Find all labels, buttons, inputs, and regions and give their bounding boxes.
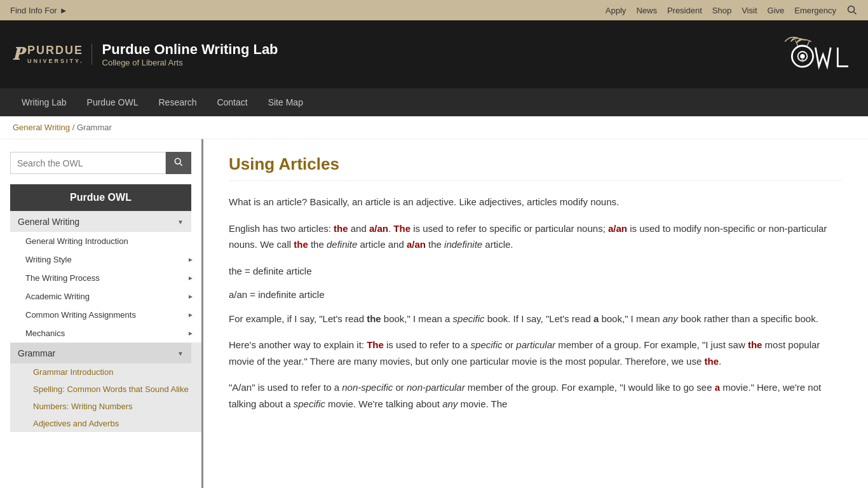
- svg-line-6: [807, 41, 810, 46]
- find-info-section[interactable]: Find Info For ►: [10, 6, 68, 15]
- a-an-link-1[interactable]: a/an: [369, 223, 388, 234]
- def-line-2: a/an = indefinite article: [229, 287, 843, 303]
- sidebar-section-header-grammar[interactable]: Grammar ▼: [10, 342, 191, 363]
- grammar-label: Grammar: [18, 348, 55, 358]
- paragraph-5: "A/an" is used to refer to a non-specifi…: [229, 379, 843, 412]
- nav-contact[interactable]: Contact: [208, 90, 256, 115]
- news-link[interactable]: News: [636, 6, 657, 15]
- spelling-label: Spelling: Common Words that Sound Alike: [33, 384, 189, 394]
- university-text: UNIVERSITY.: [27, 58, 84, 65]
- a-bold-1: a: [593, 313, 599, 324]
- purdue-logo: 𝐏 PURDUE UNIVERSITY.: [13, 44, 92, 65]
- search-button[interactable]: [166, 152, 191, 174]
- logo-area: 𝐏 PURDUE UNIVERSITY. Purdue Online Writi…: [13, 41, 278, 67]
- nav-research[interactable]: Research: [150, 90, 206, 115]
- the-link-4[interactable]: the: [748, 339, 763, 350]
- find-info-label: Find Info For: [10, 6, 57, 15]
- the-link-1[interactable]: the: [334, 223, 348, 234]
- numbers-label: Numbers: Writing Numbers: [33, 402, 133, 411]
- a-an-link-3[interactable]: a/an: [407, 239, 426, 250]
- top-bar: Find Info For ► Apply News President Sho…: [0, 0, 868, 20]
- sidebar-item-spelling[interactable]: Spelling: Common Words that Sound Alike: [10, 381, 201, 398]
- a-an-link-2[interactable]: a/an: [608, 223, 627, 234]
- svg-point-8: [175, 158, 180, 164]
- writing-style-label: Writing Style: [25, 255, 72, 264]
- The-link-2[interactable]: The: [393, 223, 410, 234]
- main-nav: Writing Lab Purdue OWL Research Contact …: [0, 88, 868, 116]
- site-title: Purdue Online Writing Lab: [102, 41, 278, 58]
- nav-site-map[interactable]: Site Map: [259, 90, 312, 115]
- nav-purdue-owl[interactable]: Purdue OWL: [78, 90, 147, 115]
- paragraph-4: Here's another way to explain it: The is…: [229, 337, 843, 369]
- paragraph-3: For example, if I say, "Let's read the b…: [229, 311, 843, 327]
- site-title-block: Purdue Online Writing Lab College of Lib…: [100, 41, 278, 67]
- mechanics-arrow: ►: [187, 330, 194, 337]
- general-writing-intro-label: General Writing Introduction: [25, 236, 128, 246]
- sidebar-section-grammar: Grammar ▼ Grammar Introduction Spelling:…: [10, 342, 201, 432]
- sidebar-item-mechanics[interactable]: Mechanics ►: [10, 324, 201, 342]
- main-content: Using Articles What is an article? Basic…: [203, 139, 868, 488]
- general-writing-label: General Writing: [18, 217, 79, 227]
- header-branding: 𝐏 PURDUE UNIVERSITY. Purdue Online Writi…: [13, 41, 278, 67]
- apply-link[interactable]: Apply: [606, 6, 627, 15]
- paragraph-1: What is an article? Basically, an articl…: [229, 194, 843, 210]
- svg-line-1: [854, 12, 857, 15]
- site-header: 𝐏 PURDUE UNIVERSITY. Purdue Online Writi…: [0, 20, 868, 88]
- sidebar-item-academic-writing[interactable]: Academic Writing ►: [10, 287, 201, 306]
- The-link-3[interactable]: The: [367, 339, 384, 350]
- paragraph-2: English has two articles: the and a/an. …: [229, 220, 843, 253]
- breadcrumb: General Writing / Grammar: [0, 116, 868, 139]
- sidebar-item-common-writing[interactable]: Common Writing Assignments ►: [10, 306, 201, 324]
- the-link-5[interactable]: the: [704, 356, 719, 367]
- sidebar-section-general-writing: General Writing ▼ General Writing Introd…: [10, 211, 201, 342]
- purdue-text: PURDUE: [27, 44, 84, 58]
- owl-label: Purdue OWL: [10, 184, 191, 211]
- the-link-3[interactable]: the: [294, 239, 308, 250]
- writing-style-arrow: ►: [187, 256, 194, 263]
- mechanics-label: Mechanics: [25, 329, 65, 338]
- academic-writing-label: Academic Writing: [25, 292, 90, 301]
- college-label: College of Liberal Arts: [102, 58, 278, 67]
- search-icon-top[interactable]: [846, 4, 858, 16]
- nav-writing-lab[interactable]: Writing Lab: [13, 90, 76, 115]
- def-line-1: the = definite article: [229, 263, 843, 280]
- search-box: [10, 152, 191, 174]
- breadcrumb-separator: /: [72, 123, 77, 132]
- sidebar-item-writing-style[interactable]: Writing Style ►: [10, 250, 201, 269]
- purdue-name-block: PURDUE UNIVERSITY.: [27, 44, 84, 64]
- sidebar-item-grammar-intro[interactable]: Grammar Introduction: [10, 363, 201, 381]
- sidebar-item-numbers[interactable]: Numbers: Writing Numbers: [10, 398, 201, 415]
- writing-process-label: The Writing Process: [25, 273, 100, 283]
- svg-line-9: [180, 163, 182, 166]
- breadcrumb-grammar: Grammar: [77, 123, 112, 132]
- breadcrumb-general-writing[interactable]: General Writing: [13, 123, 70, 132]
- sidebar-item-general-writing-intro[interactable]: General Writing Introduction: [10, 232, 201, 250]
- academic-writing-arrow: ►: [187, 293, 194, 300]
- a-link-2[interactable]: a: [715, 382, 720, 393]
- give-link[interactable]: Give: [768, 6, 785, 15]
- general-writing-arrow: ▼: [177, 219, 184, 226]
- adjectives-label: Adjectives and Adverbs: [33, 419, 119, 428]
- visit-link[interactable]: Visit: [742, 6, 757, 15]
- svg-point-0: [848, 6, 855, 13]
- search-input[interactable]: [10, 152, 166, 174]
- writing-process-arrow: ►: [187, 274, 194, 281]
- main-container: Purdue OWL General Writing ▼ General Wri…: [0, 139, 868, 488]
- owl-logo: [779, 28, 855, 81]
- shop-link[interactable]: Shop: [712, 6, 731, 15]
- top-nav-links: Apply News President Shop Visit Give Eme…: [606, 4, 858, 16]
- svg-point-4: [800, 54, 804, 58]
- grammar-arrow: ▼: [177, 350, 184, 357]
- president-link[interactable]: President: [667, 6, 702, 15]
- common-writing-arrow: ►: [187, 311, 194, 318]
- sidebar-item-writing-process[interactable]: The Writing Process ►: [10, 269, 201, 287]
- sidebar-item-adjectives[interactable]: Adjectives and Adverbs: [10, 415, 201, 432]
- the-bold-1: the: [367, 313, 381, 324]
- emergency-link[interactable]: Emergency: [794, 6, 836, 15]
- purdue-p-mark: 𝐏: [13, 44, 24, 65]
- common-writing-label: Common Writing Assignments: [25, 310, 136, 320]
- sidebar-section-header-general-writing[interactable]: General Writing ▼: [10, 211, 191, 232]
- find-info-arrow: ►: [60, 6, 68, 15]
- page-title: Using Articles: [229, 154, 843, 181]
- grammar-intro-label: Grammar Introduction: [33, 367, 113, 377]
